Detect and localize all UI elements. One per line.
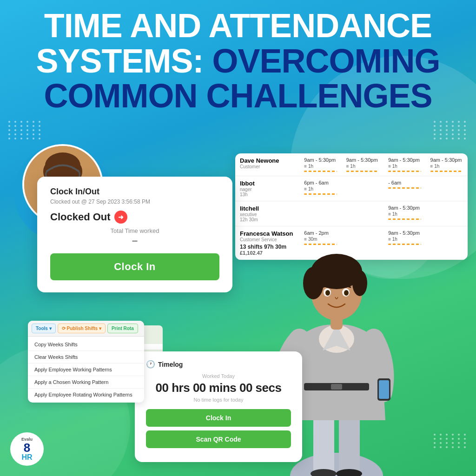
shift-cell: [426, 201, 468, 226]
employee-name: lbbot nager 13h: [235, 176, 299, 201]
shift-cell: 9am - 5:30pm ≡ 1h: [342, 153, 383, 176]
timelog-scan-qr-button[interactable]: Scan QR Code: [146, 430, 291, 448]
shift-cell: [426, 226, 468, 260]
shift-cell: 9am - 5:30pm ≡ 1h: [426, 153, 468, 176]
table-row: lbbot nager 13h 6pm - 6am ≡ 1h - 6am: [235, 176, 468, 201]
logo-hr-text: HR: [21, 454, 32, 461]
tools-toolbar: Tools ▾ ⟳ Publish Shifts ▾ Print Rota: [28, 321, 144, 337]
header-section: TIME AND ATTENDANCE SYSTEMS: OVERCOMING …: [0, 8, 476, 114]
clocked-status: Clocked out @ 27 Sep 2023 3:56:58 PM: [50, 198, 219, 205]
menu-item-copy[interactable]: Copy Weeks Shifts: [28, 338, 144, 351]
shift-cell: - 6am: [383, 176, 425, 201]
svg-point-24: [352, 270, 367, 296]
clock-icon: 🕐: [146, 360, 155, 369]
title-line1: TIME AND ATTENDANCE: [44, 7, 432, 44]
title-line3: COMMON CHALLENGES: [44, 77, 432, 114]
card-title: Clock In/Out: [50, 187, 219, 197]
logo-num-text: 8: [24, 442, 30, 454]
svg-rect-17: [331, 384, 342, 390]
svg-point-27: [325, 290, 330, 296]
tools-button[interactable]: Tools ▾: [32, 324, 56, 333]
dot-pattern-top-right: [434, 121, 468, 139]
dot-pattern-bottom-right: [434, 434, 468, 448]
clocked-out-label: Clocked Out ➜: [50, 211, 219, 224]
svg-point-23: [303, 267, 324, 299]
timelog-no-logs: No time logs for today: [146, 397, 291, 403]
shift-cell: [426, 176, 468, 201]
total-time-label: Total Time worked: [50, 227, 219, 234]
shift-cell: 9am - 5:30pm ≡ 1h: [299, 153, 341, 176]
timelog-time: 00 hrs 00 mins 00 secs: [146, 381, 291, 395]
dot-pattern-top-left: [8, 121, 42, 139]
clock-in-button[interactable]: Clock In: [50, 253, 219, 280]
header-title: TIME AND ATTENDANCE SYSTEMS: OVERCOMING …: [14, 8, 462, 114]
clock-out-arrow-icon: ➜: [114, 211, 127, 224]
shift-cell: [342, 176, 383, 201]
timelog-title: Timelog: [158, 361, 183, 368]
logo-badge: Evalu 8 HR: [10, 432, 44, 466]
tools-card: Tools ▾ ⟳ Publish Shifts ▾ Print Rota Co…: [28, 321, 144, 403]
employee-name: Dave Newone Customer: [235, 153, 299, 176]
shift-cell: 9am - 5:30pm ≡ 1h: [383, 153, 425, 176]
table-row: Dave Newone Customer 9am - 5:30pm ≡ 1h 9…: [235, 153, 468, 176]
menu-item-apply-chosen[interactable]: Apply a Chosen Working Pattern: [28, 376, 144, 389]
svg-point-28: [344, 290, 349, 296]
timelog-clock-in-button[interactable]: Clock In: [146, 409, 291, 427]
title-line2-white: SYSTEMS:: [36, 42, 212, 79]
time-dash: –: [50, 235, 219, 246]
print-rota-button[interactable]: Print Rota: [107, 324, 138, 333]
svg-rect-19: [379, 380, 389, 399]
timelog-card: 🕐 Timelog Worked Today 00 hrs 00 mins 00…: [135, 351, 302, 462]
menu-item-clear[interactable]: Clear Weeks Shifts: [28, 351, 144, 364]
menu-item-apply-rotating[interactable]: Apply Employee Rotating Working Patterns: [28, 389, 144, 401]
title-line2-blue: OVERCOMING: [212, 42, 440, 79]
publish-shifts-button[interactable]: ⟳ Publish Shifts ▾: [58, 324, 106, 333]
clock-inout-card: Clock In/Out Clocked out @ 27 Sep 2023 3…: [37, 177, 232, 292]
shift-cell: 6pm - 6am ≡ 1h: [299, 176, 341, 201]
timelog-header: 🕐 Timelog: [146, 360, 291, 369]
timelog-worked-label: Worked Today: [146, 373, 291, 379]
menu-item-apply-emp[interactable]: Apply Employee Working Patterns: [28, 364, 144, 376]
tools-menu: Copy Weeks Shifts Clear Weeks Shifts App…: [28, 337, 144, 403]
